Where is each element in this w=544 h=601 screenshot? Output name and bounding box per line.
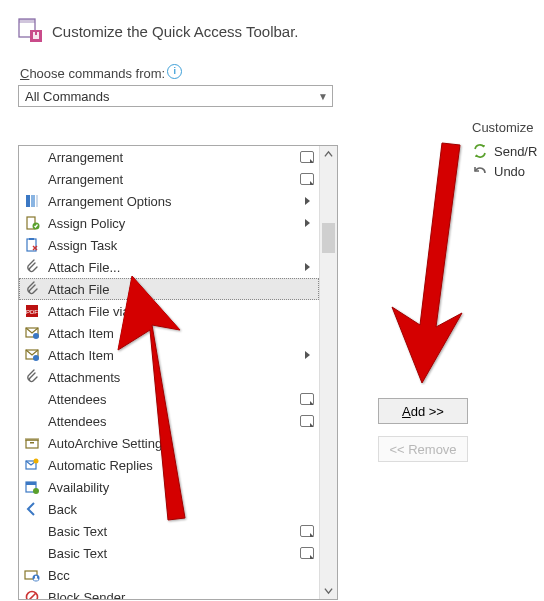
toolbar-customize-icon — [18, 18, 44, 44]
command-label: AutoArchive Settings — [46, 436, 292, 451]
combo-value: All Commands — [25, 89, 110, 104]
archive-icon — [24, 435, 40, 451]
command-label: Basic Text — [46, 524, 292, 539]
command-item[interactable]: Basic Text — [19, 542, 319, 564]
command-label: Attach File — [46, 282, 292, 297]
group-indicator-icon — [300, 415, 314, 427]
svg-point-17 — [33, 355, 39, 361]
command-item[interactable]: Arrangement — [19, 168, 319, 190]
command-label: Arrangement — [46, 172, 292, 187]
block-icon — [24, 589, 40, 599]
svg-point-22 — [34, 459, 39, 464]
blank-icon — [24, 391, 40, 407]
command-label: Assign Task — [46, 238, 292, 253]
qat-item[interactable]: Send/R — [472, 141, 544, 161]
svg-rect-19 — [25, 438, 39, 441]
svg-rect-5 — [26, 195, 30, 207]
command-label: Bcc — [46, 568, 292, 583]
command-label: Attach File... — [46, 260, 292, 275]
commands-source-combo[interactable]: All Commands ▼ — [18, 85, 333, 107]
submenu-indicator-icon — [305, 263, 310, 271]
submenu-indicator-icon — [305, 219, 310, 227]
scroll-track[interactable] — [320, 163, 337, 582]
availability-icon — [24, 479, 40, 495]
svg-point-25 — [33, 488, 39, 494]
blank-icon — [24, 545, 40, 561]
command-item[interactable]: Arrangement Options — [19, 190, 319, 212]
info-icon: i — [167, 64, 182, 79]
group-indicator-icon — [300, 151, 314, 163]
command-item[interactable]: Attach File — [19, 278, 319, 300]
command-item[interactable]: Attendees — [19, 410, 319, 432]
command-label: Attach Item — [46, 348, 292, 363]
blank-icon — [24, 413, 40, 429]
customize-qat-label: Customize — [472, 120, 544, 135]
command-item[interactable]: Attach Item — [19, 344, 319, 366]
qat-item-label: Undo — [494, 164, 525, 179]
command-label: Attendees — [46, 392, 292, 407]
bcc-icon — [24, 567, 40, 583]
command-item[interactable]: Attach Item — [19, 322, 319, 344]
command-item[interactable]: Back — [19, 498, 319, 520]
command-label: Arrangement Options — [46, 194, 292, 209]
svg-rect-24 — [26, 482, 36, 485]
command-item[interactable]: AutoArchive Settings — [19, 432, 319, 454]
command-label: Assign Policy — [46, 216, 292, 231]
command-item[interactable]: Block Sender — [19, 586, 319, 599]
command-label: Back — [46, 502, 292, 517]
svg-rect-1 — [19, 19, 35, 23]
command-item[interactable]: Bcc — [19, 564, 319, 586]
pdf-icon: PDF — [24, 303, 40, 319]
remove-button: << Remove — [378, 436, 468, 462]
back-icon — [24, 501, 40, 517]
attach-item-icon — [24, 325, 40, 341]
group-indicator-icon — [300, 393, 314, 405]
command-label: Attach Item — [46, 326, 292, 341]
command-label: Attachments — [46, 370, 292, 385]
svg-point-28 — [35, 576, 37, 578]
svg-point-15 — [33, 333, 39, 339]
commands-listbox[interactable]: ArrangementArrangementArrangement Option… — [18, 145, 338, 600]
command-label: Basic Text — [46, 546, 292, 561]
command-item[interactable]: Availability — [19, 476, 319, 498]
assign-task-icon — [24, 237, 40, 253]
command-item[interactable]: Attachments — [19, 366, 319, 388]
submenu-indicator-icon — [305, 197, 310, 205]
command-item[interactable]: Arrangement — [19, 146, 319, 168]
attach-icon — [24, 281, 40, 297]
command-item[interactable]: Attendees — [19, 388, 319, 410]
command-label: Arrangement — [46, 150, 292, 165]
command-item[interactable]: Assign Task — [19, 234, 319, 256]
command-label: Attendees — [46, 414, 292, 429]
svg-line-30 — [29, 594, 36, 600]
svg-rect-6 — [31, 195, 35, 207]
command-item[interactable]: Assign Policy — [19, 212, 319, 234]
command-item[interactable]: Automatic Replies — [19, 454, 319, 476]
svg-rect-20 — [30, 442, 34, 444]
svg-rect-11 — [29, 238, 34, 240]
annotation-arrow-right — [380, 135, 480, 385]
submenu-indicator-icon — [305, 351, 310, 359]
scroll-down-button[interactable] — [320, 582, 337, 599]
qat-item[interactable]: Undo — [472, 161, 544, 181]
command-item[interactable]: Attach File... — [19, 256, 319, 278]
svg-rect-7 — [36, 195, 38, 207]
assign-policy-icon — [24, 215, 40, 231]
attach-icon — [24, 259, 40, 275]
add-button[interactable]: Add >> — [378, 398, 468, 424]
qat-item-label: Send/R — [494, 144, 537, 159]
page-title: Customize the Quick Access Toolbar. — [52, 23, 299, 40]
scroll-thumb[interactable] — [322, 223, 335, 253]
arrangement-options-icon — [24, 193, 40, 209]
command-item[interactable]: Basic Text — [19, 520, 319, 542]
command-label: Attach File via Link — [46, 304, 292, 319]
command-label: Automatic Replies — [46, 458, 292, 473]
blank-icon — [24, 523, 40, 539]
svg-rect-18 — [26, 440, 38, 448]
auto-reply-icon — [24, 457, 40, 473]
group-indicator-icon — [300, 525, 314, 537]
scrollbar[interactable] — [319, 146, 337, 599]
command-item[interactable]: PDFAttach File via Link — [19, 300, 319, 322]
choose-commands-label: Choose commands from:i — [0, 44, 544, 85]
scroll-up-button[interactable] — [320, 146, 337, 163]
